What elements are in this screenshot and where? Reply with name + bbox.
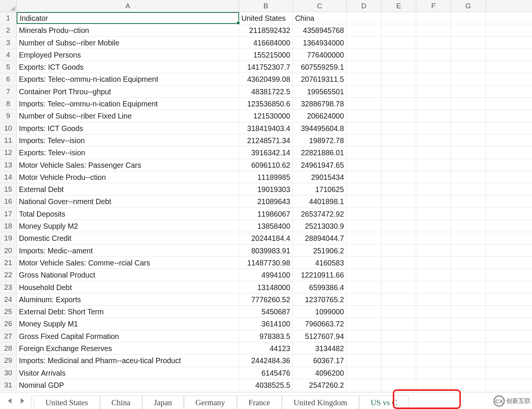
cell[interactable] bbox=[451, 354, 486, 366]
cell[interactable]: Motor Vehicle Sales: Passenger Cars bbox=[17, 159, 239, 171]
cell[interactable] bbox=[451, 86, 486, 97]
cell[interactable]: 26537472.92 bbox=[293, 208, 347, 220]
cell[interactable] bbox=[451, 171, 486, 183]
col-header-F[interactable]: F bbox=[416, 0, 451, 12]
cell[interactable] bbox=[451, 245, 486, 256]
row-header[interactable]: 20 bbox=[0, 245, 17, 256]
cell[interactable] bbox=[416, 12, 451, 24]
cell[interactable] bbox=[381, 367, 416, 379]
sheet-tab[interactable]: China bbox=[100, 395, 142, 409]
cell[interactable] bbox=[381, 220, 416, 232]
cell[interactable] bbox=[416, 208, 451, 220]
row-header[interactable]: 30 bbox=[0, 367, 17, 379]
cell[interactable] bbox=[451, 73, 486, 85]
row-header[interactable]: 13 bbox=[0, 159, 17, 171]
cell[interactable]: 7960663.72 bbox=[293, 318, 347, 329]
cell[interactable] bbox=[416, 367, 451, 379]
cell[interactable] bbox=[347, 269, 381, 281]
cell[interactable] bbox=[451, 24, 486, 36]
cell[interactable]: 25213030.9 bbox=[293, 220, 347, 232]
cell[interactable]: 416684000 bbox=[239, 37, 293, 48]
sheet-tab[interactable]: Germany bbox=[184, 395, 237, 409]
cell[interactable]: 8039983.91 bbox=[239, 245, 293, 256]
cell[interactable] bbox=[416, 281, 451, 293]
cell[interactable] bbox=[381, 269, 416, 281]
cell[interactable] bbox=[451, 330, 486, 342]
cell[interactable] bbox=[347, 195, 381, 207]
cell[interactable]: 2442484.36 bbox=[239, 354, 293, 366]
cell[interactable] bbox=[347, 171, 381, 183]
cell[interactable]: 4994100 bbox=[239, 269, 293, 281]
cell[interactable]: 141752307.7 bbox=[239, 61, 293, 73]
cell[interactable]: Visitor Arrivals bbox=[17, 367, 239, 379]
cell[interactable]: 24961947.65 bbox=[293, 159, 347, 171]
cell[interactable]: 11487730.98 bbox=[239, 257, 293, 269]
cell[interactable]: External Debt: Short Term bbox=[17, 306, 239, 317]
cell[interactable] bbox=[381, 330, 416, 342]
row-header[interactable]: 21 bbox=[0, 257, 17, 269]
row-header[interactable]: 24 bbox=[0, 293, 17, 305]
cell[interactable] bbox=[347, 110, 381, 122]
cell[interactable] bbox=[416, 257, 451, 269]
cell[interactable]: 4038525.5 bbox=[239, 379, 293, 391]
cell[interactable] bbox=[381, 37, 416, 48]
cell[interactable]: Aluminum: Exports bbox=[17, 293, 239, 305]
cell[interactable] bbox=[347, 245, 381, 256]
cell[interactable]: 2547260.2 bbox=[293, 379, 347, 391]
cell[interactable] bbox=[451, 269, 486, 281]
row-header[interactable]: 26 bbox=[0, 318, 17, 329]
cell[interactable]: Imports: ICT Goods bbox=[17, 122, 239, 134]
row-header[interactable]: 7 bbox=[0, 86, 17, 97]
cell[interactable]: 13858400 bbox=[239, 220, 293, 232]
cell[interactable] bbox=[347, 37, 381, 48]
cell[interactable] bbox=[451, 195, 486, 207]
cell[interactable]: Employed Persons bbox=[17, 49, 239, 61]
cell[interactable] bbox=[451, 293, 486, 305]
cell[interactable] bbox=[416, 110, 451, 122]
cell[interactable] bbox=[347, 134, 381, 146]
cell[interactable] bbox=[381, 98, 416, 109]
cell[interactable] bbox=[381, 379, 416, 391]
cell[interactable] bbox=[347, 159, 381, 171]
cell[interactable] bbox=[347, 61, 381, 73]
cell[interactable] bbox=[381, 134, 416, 146]
cell[interactable]: Imports: Telev--ision bbox=[17, 134, 239, 146]
cell[interactable] bbox=[381, 12, 416, 24]
cell[interactable] bbox=[347, 86, 381, 97]
cell[interactable] bbox=[451, 208, 486, 220]
tab-nav-next[interactable] bbox=[16, 395, 29, 407]
cell[interactable] bbox=[381, 232, 416, 244]
row-header[interactable]: 4 bbox=[0, 49, 17, 61]
cell[interactable] bbox=[347, 183, 381, 195]
cell[interactable] bbox=[416, 183, 451, 195]
row-header[interactable]: 31 bbox=[0, 379, 17, 391]
cell[interactable]: 21089643 bbox=[239, 195, 293, 207]
cell[interactable] bbox=[381, 73, 416, 85]
cell[interactable]: 12210911.66 bbox=[293, 269, 347, 281]
cell[interactable]: 28894044.7 bbox=[293, 232, 347, 244]
cell[interactable]: 4401898.1 bbox=[293, 195, 347, 207]
cell[interactable] bbox=[451, 98, 486, 109]
cell[interactable] bbox=[381, 342, 416, 354]
col-header-G[interactable]: G bbox=[451, 0, 486, 12]
cell[interactable] bbox=[381, 208, 416, 220]
cell[interactable] bbox=[381, 86, 416, 97]
tab-nav-prev[interactable] bbox=[3, 395, 16, 407]
cell[interactable] bbox=[347, 354, 381, 366]
cell[interactable]: 607559259.1 bbox=[293, 61, 347, 73]
cell[interactable]: Gross Fixed Capital Formation bbox=[17, 330, 239, 342]
cell[interactable] bbox=[416, 49, 451, 61]
cell[interactable]: 7776260.52 bbox=[239, 293, 293, 305]
cell[interactable]: Exports: ICT Goods bbox=[17, 61, 239, 73]
cell[interactable] bbox=[416, 73, 451, 85]
cell[interactable] bbox=[381, 49, 416, 61]
cell[interactable] bbox=[416, 293, 451, 305]
cell[interactable] bbox=[451, 257, 486, 269]
cell[interactable] bbox=[347, 257, 381, 269]
cell[interactable]: Domestic Credit bbox=[17, 232, 239, 244]
cell[interactable] bbox=[381, 195, 416, 207]
row-header[interactable]: 5 bbox=[0, 61, 17, 73]
cell[interactable]: 251906.2 bbox=[293, 245, 347, 256]
cell[interactable] bbox=[347, 220, 381, 232]
cell[interactable] bbox=[381, 257, 416, 269]
